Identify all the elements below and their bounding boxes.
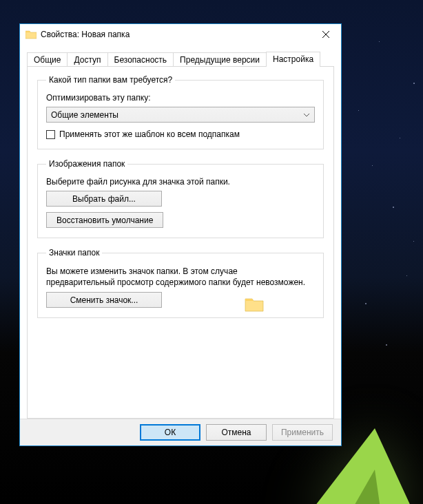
group-folder-pictures: Изображения папок Выберите файл рисунка … — [37, 159, 324, 238]
folder-pictures-desc: Выберите файл рисунка для значка этой па… — [46, 177, 315, 187]
group-folder-type-legend: Какой тип папки вам требуется? — [46, 75, 175, 85]
folder-icons-desc: Вы можете изменить значок папки. В этом … — [46, 266, 308, 288]
optimize-combo[interactable]: Общие элементы — [46, 107, 315, 123]
titlebar: Свойства: Новая папка — [20, 24, 341, 45]
tab-strip: Общие Доступ Безопасность Предыдущие вер… — [27, 50, 334, 66]
group-folder-icons: Значки папок Вы можете изменить значок п… — [37, 248, 324, 318]
cancel-button[interactable]: Отмена — [206, 424, 267, 441]
close-icon — [322, 31, 329, 38]
tab-panel-customize: Какой тип папки вам требуется? Оптимизир… — [27, 66, 334, 419]
ok-button[interactable]: ОК — [140, 424, 200, 441]
restore-default-button[interactable]: Восстановить умолчание — [46, 212, 163, 228]
properties-dialog: Свойства: Новая папка Общие Доступ Безоп… — [19, 23, 342, 446]
apply-subfolders-label: Применять этот же шаблон ко всем подпапк… — [59, 129, 240, 139]
folder-icon — [25, 29, 37, 40]
folder-icon-preview — [245, 296, 267, 318]
group-folder-type: Какой тип папки вам требуется? Оптимизир… — [37, 75, 324, 149]
tab-previous-versions[interactable]: Предыдущие версии — [173, 52, 267, 67]
tab-sharing[interactable]: Доступ — [67, 52, 107, 67]
dialog-button-row: ОК Отмена Применить — [20, 419, 341, 445]
dialog-content: Общие Доступ Безопасность Предыдущие вер… — [20, 45, 341, 419]
optimize-label: Оптимизировать эту папку: — [46, 93, 315, 103]
chevron-down-icon — [303, 112, 310, 118]
close-button[interactable] — [311, 24, 341, 45]
choose-file-button[interactable]: Выбрать файл... — [46, 191, 162, 207]
apply-subfolders-row: Применять этот же шаблон ко всем подпапк… — [46, 129, 315, 139]
change-icon-button[interactable]: Сменить значок... — [46, 292, 162, 308]
tab-general[interactable]: Общие — [27, 52, 68, 67]
group-folder-pictures-legend: Изображения папок — [46, 159, 127, 169]
apply-subfolders-checkbox[interactable] — [46, 130, 55, 139]
group-folder-icons-legend: Значки папок — [46, 248, 102, 258]
apply-button[interactable]: Применить — [272, 424, 333, 441]
tab-security[interactable]: Безопасность — [107, 52, 174, 67]
window-title: Свойства: Новая папка — [41, 30, 311, 39]
tab-customize[interactable]: Настройка — [266, 52, 320, 67]
optimize-combo-value: Общие элементы — [51, 110, 118, 120]
